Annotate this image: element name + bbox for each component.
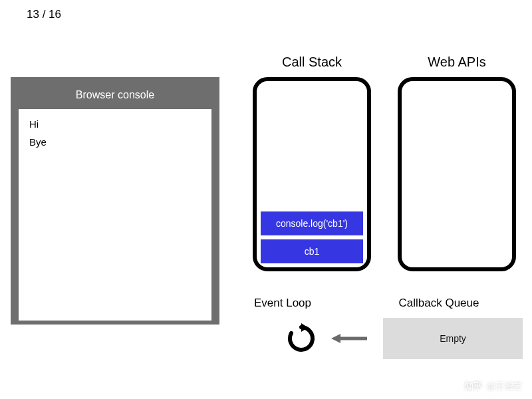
stack-frame: console.log('cb1')	[261, 211, 363, 235]
arrow-left-icon	[331, 332, 368, 344]
watermark-platform: 知乎	[465, 380, 483, 392]
watermark: 知乎 @王智艺	[465, 380, 523, 392]
refresh-loop-icon	[286, 323, 317, 354]
callback-queue-title: Callback Queue	[372, 297, 505, 310]
stack-frame: cb1	[261, 239, 363, 263]
svg-marker-2	[331, 334, 340, 343]
callback-queue-status: Empty	[440, 333, 466, 344]
browser-console-panel: Browser console Hi Bye	[11, 77, 219, 325]
page-counter: 13 / 16	[27, 8, 61, 21]
console-line: Hi	[29, 118, 201, 130]
call-stack-title: Call Stack	[253, 55, 371, 70]
watermark-user: @王智艺	[487, 380, 523, 392]
browser-console-title: Browser console	[19, 85, 211, 109]
web-apis-title: Web APIs	[398, 55, 516, 70]
event-loop-title: Event Loop	[239, 297, 326, 310]
call-stack-box: console.log('cb1') cb1	[253, 77, 371, 271]
console-line: Bye	[29, 136, 201, 148]
callback-queue-box: Empty	[383, 318, 523, 359]
web-apis-box	[398, 77, 516, 271]
browser-console-output: Hi Bye	[19, 109, 211, 321]
